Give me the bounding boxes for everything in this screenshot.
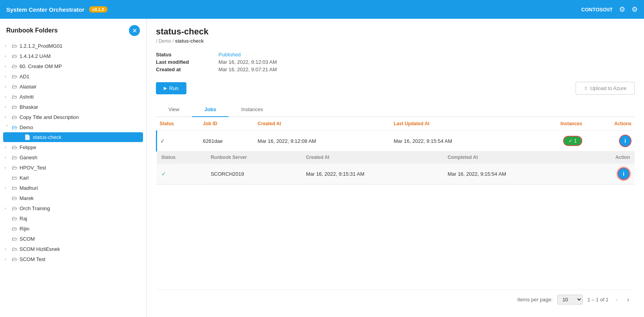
sidebar-item-label: status-check [33, 134, 61, 140]
sidebar-scroll[interactable]: › 🗁 1.2.1.2_ProdMG01 › 🗁 1.4.14.2 UAM › … [0, 39, 146, 317]
sidebar-item-scom-hizli[interactable]: › 🗁 SCOM HizliEsnek [0, 244, 146, 254]
chevron-icon: › [5, 105, 9, 109]
header: System Center Orchestrator v0.1.0 CONTOS… [0, 0, 644, 19]
run-button-label: Run [169, 85, 179, 91]
sidebar-item-orch[interactable]: › 🗁 Orch Training [0, 203, 146, 213]
run-button[interactable]: ▶ Run [156, 82, 186, 94]
chevron-icon: › [5, 145, 9, 149]
sidebar-item-label: Karl [20, 175, 29, 181]
tab-jobs[interactable]: Jobs [192, 103, 229, 117]
header-row: Status Job ID Created At Last Updated At… [157, 117, 635, 131]
sidebar-item-label: Ashriti [20, 94, 34, 100]
sub-table-body: ✓ SCORCH2019 Mar 16, 2022, 9:15:31 AM Ma… [157, 164, 635, 184]
sidebar-item-karl[interactable]: › 🗁 Karl [0, 173, 146, 183]
folder-icon: 🗁 [12, 104, 17, 110]
sidebar-item-label: Copy Title and Description [20, 114, 79, 120]
tab-instances[interactable]: Instances [229, 103, 275, 117]
sidebar-item-5[interactable]: › 🗁 Alastair [0, 81, 146, 92]
tab-instances-label: Instances [241, 106, 263, 112]
sidebar-item-madhuri[interactable]: › 🗁 Madhuri [0, 183, 146, 193]
chevron-icon: › [5, 44, 9, 48]
upload-button-label: Upload to Azure [590, 85, 626, 91]
close-button[interactable]: ✕ [129, 25, 140, 36]
instances-sub-table: Status Runbook Server Created At Complet… [157, 151, 635, 184]
tab-view[interactable]: View [156, 103, 192, 117]
folder-icon: 🗁 [12, 73, 17, 79]
folder-icon: 🗁 [12, 83, 17, 90]
sub-table-row: Status Runbook Server Created At Complet… [157, 151, 635, 185]
sidebar-item-label: 1.2.1.2_ProdMG01 [20, 43, 63, 49]
sidebar-item-label: SCOM [20, 236, 35, 242]
gear-icon[interactable]: ⚙ [631, 5, 638, 14]
sidebar-title: Runbook Folders [6, 27, 58, 34]
sidebar-item-felippe[interactable]: › 🗁 Felippe [0, 142, 146, 152]
sub-th-completed: Completed At [443, 151, 585, 164]
chevron-icon: › [5, 257, 9, 261]
sidebar-item-scom[interactable]: › 🗁 SCOM [0, 234, 146, 244]
sidebar-item-label: Ganesh [20, 155, 38, 160]
next-page-button[interactable]: › [625, 295, 631, 304]
upload-to-azure-button[interactable]: ⇧ Upload to Azure [576, 82, 635, 95]
chevron-icon: › [5, 85, 9, 89]
sidebar-item-copy-title[interactable]: › 🗁 Copy Title and Description [0, 112, 146, 122]
folder-icon: 🗁 [12, 175, 17, 181]
breadcrumb-demo: Demo [159, 38, 171, 44]
info-button[interactable]: i [619, 135, 631, 147]
folder-icon: 🗁 [12, 53, 17, 59]
chevron-icon: › [5, 54, 9, 58]
sidebar-item-raj[interactable]: › 🗁 Raj [0, 213, 146, 223]
items-per-page-select[interactable]: 10 5 25 50 [557, 295, 583, 304]
header-right: CONTOSO\IT ⚙ ⚙ [581, 5, 638, 14]
sidebar-item-rijin[interactable]: › 🗁 Rijin [0, 223, 146, 234]
sidebar-item-2[interactable]: › 🗁 1.4.14.2 UAM [0, 51, 146, 61]
sidebar-item-3[interactable]: › 🗁 60. Create OM MP [0, 61, 146, 71]
folder-icon: 🗁 [12, 63, 17, 69]
sidebar-item-1[interactable]: › 🗁 1.2.1.2_ProdMG01 [0, 41, 146, 51]
version-badge: v0.1.0 [89, 6, 107, 13]
table-row: ✓ 6261dae Mar 16, 2022, 9:12:08 AM Mar 1… [157, 131, 635, 151]
instance-check-icon: ✓ [161, 171, 166, 177]
chevron-icon: › [5, 206, 9, 211]
sidebar-item-6[interactable]: › 🗁 Ashriti [0, 92, 146, 102]
sub-table-header: Status Runbook Server Created At Complet… [157, 151, 635, 164]
sidebar-item-label: Bhaskar [20, 104, 38, 110]
folder-icon: 🗁 [12, 256, 17, 262]
chevron-icon: › [5, 155, 9, 160]
pagination: Items per page: 10 5 25 50 1 – 1 of 1 ‹ … [156, 290, 635, 309]
folder-icon: 🗁 [12, 144, 17, 150]
folder-icon: 🗁 [12, 225, 17, 232]
jobs-table: Status Job ID Created At Last Updated At… [156, 117, 635, 185]
sidebar-item-demo[interactable]: › 🗁 Demo [0, 122, 146, 132]
instances-count: 1 [574, 138, 577, 144]
th-last-updated: Last Updated At [390, 117, 526, 131]
sidebar-item-label: Raj [20, 216, 27, 222]
instance-info-icon: i [623, 171, 624, 177]
sidebar-item-scom-test[interactable]: › 🗁 SCOM Test [0, 254, 146, 264]
sidebar-item-hpov[interactable]: › 🗁 HPOV_Test [0, 162, 146, 173]
instances-badge[interactable]: ✓ 1 [563, 136, 582, 146]
settings-icon[interactable]: ⚙ [619, 5, 625, 14]
sidebar-item-label: 1.4.14.2 UAM [20, 53, 51, 59]
chevron-icon: › [5, 74, 9, 79]
folder-icon: 🗁 [12, 236, 17, 242]
sidebar-item-label: Orch Training [20, 205, 50, 211]
last-modified-value: Mar 16, 2022, 9:12:03 AM [218, 59, 277, 65]
folder-icon: 🗁 [12, 205, 17, 211]
sub-th-status: Status [157, 151, 206, 164]
user-label: CONTOSO\IT [581, 7, 613, 13]
breadcrumb-current: status-check [175, 38, 204, 44]
last-modified-row: Last modified Mar 16, 2022, 9:12:03 AM [156, 59, 635, 65]
folder-icon: 🗁 [12, 164, 17, 171]
breadcrumb-sep2: / [172, 38, 175, 44]
prev-page-button[interactable]: ‹ [613, 295, 620, 304]
sidebar-item-marek[interactable]: › 🗁 Marek [0, 193, 146, 203]
sidebar-item-7[interactable]: › 🗁 Bhaskar [0, 102, 146, 112]
folder-icon: 🗁 [12, 246, 17, 252]
folder-icon: 🗁 [12, 195, 17, 201]
sidebar-item-4[interactable]: › 🗁 AD1 [0, 71, 146, 81]
instance-info-button[interactable]: i [617, 168, 630, 180]
status-value: Published [218, 52, 241, 58]
th-actions: Actions [585, 117, 635, 131]
sidebar-item-status-check[interactable]: › 📄 status-check [3, 132, 143, 142]
sidebar-item-ganesh[interactable]: › 🗁 Ganesh [0, 152, 146, 162]
